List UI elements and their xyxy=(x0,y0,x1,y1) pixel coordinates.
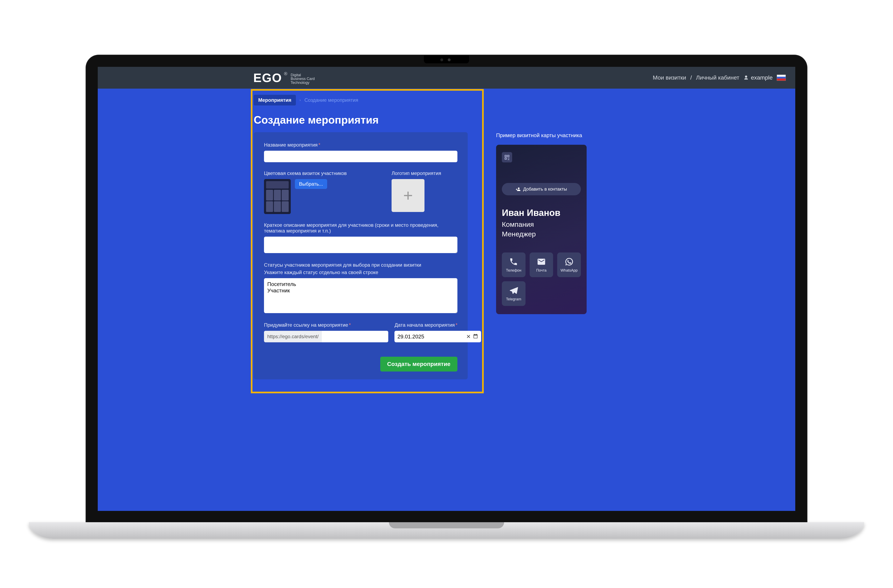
link-label: Придумайте ссылку на мероприятие* xyxy=(264,322,388,328)
mail-icon xyxy=(537,257,546,266)
laptop-base xyxy=(29,522,864,538)
phone-icon xyxy=(509,257,518,266)
highlight-frame: Название мероприятия* Цветовая схема виз… xyxy=(251,89,484,393)
laptop-mockup: EGO ® Digital Business Card Technology М… xyxy=(86,56,807,538)
card-company: Компания xyxy=(502,220,581,228)
status-label-1: Статусы участников мероприятия для выбор… xyxy=(264,262,457,268)
status-label-2: Укажите каждый статус отдельно на своей … xyxy=(264,270,457,275)
business-card-preview: Добавить в контакты Иван Иванов Компания… xyxy=(496,145,586,314)
camera-icon xyxy=(440,58,443,61)
description-label: Краткое описание мероприятия для участни… xyxy=(264,222,457,234)
preview-title: Пример визитной карты участника xyxy=(496,132,589,139)
logo-text: EGO xyxy=(253,71,282,85)
laptop-bezel: EGO ® Digital Business Card Technology М… xyxy=(86,56,807,522)
event-link-input[interactable] xyxy=(322,331,388,342)
nav-divider: / xyxy=(690,74,692,81)
add-to-contacts-label: Добавить в контакты xyxy=(523,186,567,192)
screen: EGO ® Digital Business Card Technology М… xyxy=(98,67,795,511)
choose-scheme-button[interactable]: Выбрать... xyxy=(295,179,327,189)
color-scheme-preview xyxy=(264,179,291,214)
content: Мероприятия › Создание мероприятия Созда… xyxy=(254,88,591,393)
link-prefix: https://ego.cards/event/ xyxy=(264,331,322,342)
logo-label: Логотип мероприятия xyxy=(392,171,457,176)
contact-phone[interactable]: Телефон xyxy=(502,252,526,277)
logo-tagline: Digital Business Card Technology xyxy=(291,73,315,85)
add-to-contacts-button[interactable]: Добавить в контакты xyxy=(502,183,581,195)
date-field[interactable]: ✕ xyxy=(394,331,481,342)
nav-account[interactable]: Личный кабинет xyxy=(696,74,740,81)
contact-mail[interactable]: Почта xyxy=(530,252,553,277)
calendar-icon[interactable] xyxy=(473,333,478,340)
card-name: Иван Иванов xyxy=(502,208,581,218)
telegram-icon xyxy=(509,286,518,295)
qr-icon[interactable] xyxy=(502,152,512,162)
user-icon xyxy=(743,75,749,80)
create-event-button[interactable]: Создать мероприятие xyxy=(380,357,457,372)
header-nav: Мои визитки / Личный кабинет example xyxy=(652,74,786,81)
user-name: example xyxy=(751,74,773,81)
statuses-input[interactable] xyxy=(264,278,457,313)
registered-icon: ® xyxy=(284,71,287,76)
date-label: Дата начала мероприятия* xyxy=(394,322,481,328)
app-header: EGO ® Digital Business Card Technology М… xyxy=(98,67,795,88)
language-flag-ru[interactable] xyxy=(777,75,786,81)
preview-section: Пример визитной карты участника Добавить… xyxy=(496,132,589,314)
logo[interactable]: EGO ® Digital Business Card Technology xyxy=(253,71,315,85)
user-menu[interactable]: example xyxy=(743,74,773,81)
color-scheme-label: Цветовая схема визиток участников xyxy=(264,171,377,176)
event-name-label: Название мероприятия* xyxy=(264,142,457,148)
card-role: Менеджер xyxy=(502,230,581,238)
plus-icon: + xyxy=(403,186,413,205)
logo-upload[interactable]: + xyxy=(392,179,424,212)
nav-my-cards[interactable]: Мои визитки xyxy=(652,74,686,81)
date-input[interactable] xyxy=(397,331,464,342)
contact-telegram[interactable]: Telegram xyxy=(502,281,526,306)
clear-date-icon[interactable]: ✕ xyxy=(466,333,471,340)
event-name-input[interactable] xyxy=(264,151,457,162)
description-input[interactable] xyxy=(264,237,457,253)
whatsapp-icon xyxy=(565,257,574,266)
notch xyxy=(424,56,469,63)
event-link-field[interactable]: https://ego.cards/event/ xyxy=(264,331,388,342)
contact-whatsapp[interactable]: WhatsApp xyxy=(557,252,581,277)
add-user-icon xyxy=(516,187,520,192)
create-event-form: Название мероприятия* Цветовая схема виз… xyxy=(254,132,468,380)
